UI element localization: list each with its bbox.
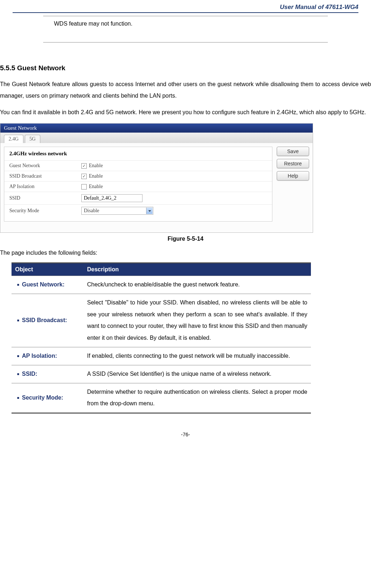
table-row: AP Isolation: If enabled, clients connec…: [12, 347, 311, 365]
guest-network-window: Guest Network 2.4G 5G 2.4GHz wireless ne…: [0, 123, 313, 233]
save-button[interactable]: Save: [277, 147, 309, 156]
row-ssid: SSID: [4, 192, 272, 204]
fields-intro: The page includes the following fields:: [0, 247, 371, 259]
paragraph-1: The Guest Network feature allows guests …: [0, 79, 371, 102]
row-ap-isolation: AP Isolation Enable: [4, 181, 272, 192]
paragraph-2: You can find it available in both 2.4G a…: [0, 107, 371, 118]
obj-ssid-broadcast: SSID Broadcast:: [22, 317, 67, 323]
bullet-icon: [17, 397, 19, 399]
help-button[interactable]: Help: [277, 171, 309, 181]
tab-2-4g[interactable]: 2.4G: [4, 135, 23, 143]
form-heading: 2.4GHz wireless network: [4, 147, 272, 160]
row-security-mode: Security Mode Disable: [4, 204, 272, 217]
obj-ap-isolation: AP Isolation:: [22, 353, 57, 359]
label-ssid: SSID: [9, 195, 81, 201]
enable-text: Enable: [89, 173, 103, 179]
restore-button[interactable]: Restore: [277, 159, 309, 168]
table-row: Guest Network: Check/uncheck to enable/d…: [12, 276, 311, 294]
desc-ssid: A SSID (Service Set Identifier) is the u…: [83, 365, 311, 383]
desc-ap-isolation: If enabled, clients connecting to the gu…: [83, 347, 311, 365]
desc-guest-network: Check/uncheck to enable/disable the gues…: [83, 276, 311, 294]
bullet-icon: [17, 373, 19, 375]
ssid-input[interactable]: [81, 194, 142, 202]
obj-ssid: SSID:: [22, 371, 37, 377]
obj-guest-network: Guest Network:: [22, 281, 64, 288]
desc-security-mode: Determine whether to require authenticat…: [83, 383, 311, 413]
note-callout-end-rule: [43, 42, 328, 43]
tab-bar: 2.4G 5G: [0, 133, 313, 143]
row-guest-network: Guest Network ✓ Enable: [4, 160, 272, 171]
th-description: Description: [83, 263, 311, 276]
page-number: -76-: [0, 432, 371, 437]
figure-caption: Figure 5-5-14: [0, 236, 371, 242]
obj-security-mode: Security Mode:: [22, 395, 63, 401]
settings-form: 2.4GHz wireless network Guest Network ✓ …: [4, 147, 272, 222]
table-row: Security Mode: Determine whether to requ…: [12, 383, 311, 413]
security-mode-value: Disable: [84, 208, 99, 213]
label-security-mode: Security Mode: [9, 208, 81, 214]
label-ssid-broadcast: SSID Broadcast: [9, 173, 81, 179]
checkbox-ap-isolation[interactable]: [81, 184, 87, 190]
table-row: SSID Broadcast: Select "Disable" to hide…: [12, 294, 311, 347]
checkbox-guest-network[interactable]: ✓: [81, 163, 87, 169]
header-rule: [13, 12, 358, 13]
doc-header-title: User Manual of 47611-WG4: [0, 4, 371, 12]
note-callout: WDS feature may not function.: [43, 16, 328, 31]
th-object: Object: [12, 263, 83, 276]
row-ssid-broadcast: SSID Broadcast ✓ Enable: [4, 171, 272, 181]
window-title: Guest Network: [0, 124, 313, 133]
enable-text: Enable: [89, 184, 103, 190]
chevron-down-icon: [148, 210, 151, 212]
bullet-icon: [17, 320, 19, 321]
label-guest-network: Guest Network: [9, 163, 81, 169]
note-text: WDS feature may not function.: [54, 21, 132, 27]
label-ap-isolation: AP Isolation: [9, 184, 81, 190]
table-row: SSID: A SSID (Service Set Identifier) is…: [12, 365, 311, 383]
description-table: Object Description Guest Network: Check/…: [12, 262, 311, 414]
enable-text: Enable: [89, 163, 103, 169]
security-mode-select[interactable]: Disable: [81, 207, 153, 215]
section-heading: 5.5.5 Guest Network: [0, 64, 371, 79]
desc-ssid-broadcast: Select "Disable" to hide your SSID. When…: [83, 294, 311, 347]
bullet-icon: [17, 284, 19, 286]
side-buttons: Save Restore Help: [277, 147, 309, 222]
bullet-icon: [17, 355, 19, 357]
checkbox-ssid-broadcast[interactable]: ✓: [81, 174, 87, 179]
tab-5g[interactable]: 5G: [25, 135, 40, 143]
